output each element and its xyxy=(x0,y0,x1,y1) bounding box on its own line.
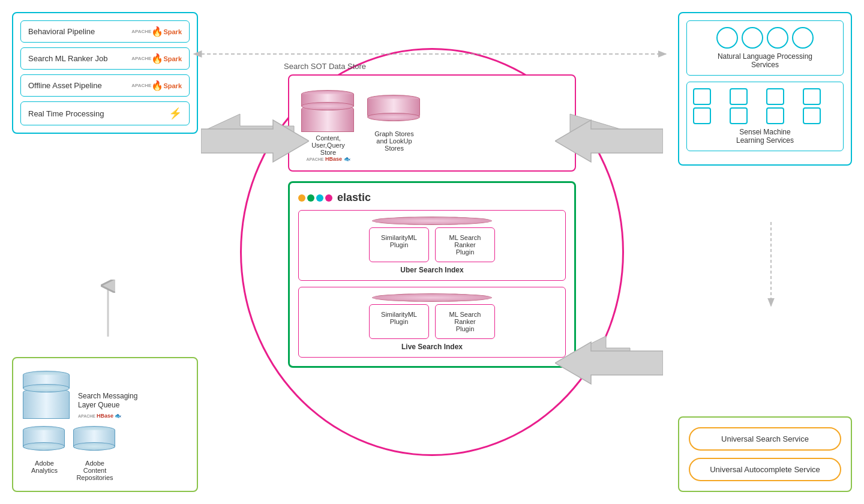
right-top-services-box: Natural Language ProcessingServices Sens… xyxy=(678,12,852,166)
up-arrow-svg xyxy=(93,280,123,340)
messaging-queue-label: Search MessagingLayer Queue xyxy=(78,392,137,410)
spark-flame-1: 🔥 xyxy=(151,26,163,37)
content-db-stack xyxy=(301,84,355,132)
uber-index-box: SimilarityMLPlugin ML SearchRankerPlugin… xyxy=(298,210,566,281)
universal-search-label: Universal Search Service xyxy=(721,434,809,443)
hbase-fish-icon: 🐟 xyxy=(115,413,121,419)
elastic-header: elastic xyxy=(298,191,566,204)
sensei-ml-label: Sensei MachineLearning Services xyxy=(693,128,837,145)
center-circle: Search SOT Data Store xyxy=(240,48,624,456)
spark-logo-3: APACHE 🔥 Spark xyxy=(131,80,182,91)
elastic-logo xyxy=(298,194,332,202)
graph-db-disk xyxy=(367,95,421,128)
sensei-sq-7 xyxy=(766,107,784,124)
content-store-container: Content,User,QueryStore APACHE HBase 🐟 xyxy=(301,84,355,162)
uber-disk-top xyxy=(372,217,492,225)
elastic-dot-cyan xyxy=(316,194,323,202)
universal-autocomplete-service-item: Universal Autocomplete Service xyxy=(689,458,841,481)
uber-similarity-plugin: SimilarityMLPlugin xyxy=(369,227,429,262)
offline-asset-label: Offline Asset Pipeline xyxy=(28,81,102,90)
pink-disk-3 xyxy=(301,90,354,110)
sot-label: Search SOT Data Store xyxy=(284,62,366,71)
left-arrow-div xyxy=(201,117,309,165)
offline-asset-pipeline-item: Offline Asset Pipeline APACHE 🔥 Spark xyxy=(20,74,190,97)
live-similarity-plugin: SimilarityMLPlugin xyxy=(369,304,429,339)
spark-flame-3: 🔥 xyxy=(151,80,163,91)
nlp-circle-4 xyxy=(792,27,814,49)
right-top-arrow-svg xyxy=(555,117,663,165)
hbase-logo-content: APACHE HBase 🐟 xyxy=(306,156,350,162)
analytics-db-icon xyxy=(23,426,66,457)
elastic-text-label: elastic xyxy=(337,191,371,204)
diagram-container: Behavioral Pipeline APACHE 🔥 Spark Searc… xyxy=(0,0,864,504)
storm-icon: ⚡ xyxy=(169,107,182,120)
adobe-analytics-label: AdobeAnalytics xyxy=(31,460,58,474)
nlp-circle-2 xyxy=(742,27,763,49)
sensei-sq-6 xyxy=(730,107,748,124)
nlp-circle-1 xyxy=(716,27,738,49)
spark-logo-2: APACHE 🔥 Spark xyxy=(131,53,182,64)
adobe-content-label: AdobeContentRepositories xyxy=(76,460,113,481)
live-disk-row xyxy=(305,293,559,299)
sensei-sq-2 xyxy=(730,88,748,105)
left-center-arrow-svg xyxy=(201,117,309,165)
uber-index-label: Uber Search Index xyxy=(305,266,559,274)
realtime-processing-label: Real Time Processing xyxy=(28,109,104,118)
live-plugins-row: SimilarityMLPlugin ML SearchRankerPlugin xyxy=(305,304,559,339)
adobe-content-container: AdobeContentRepositories xyxy=(73,426,116,481)
realtime-processing-item: Real Time Processing ⚡ xyxy=(20,101,190,125)
uber-plugins-row: SimilarityMLPlugin ML SearchRankerPlugin xyxy=(305,227,559,262)
live-index-box: SimilarityMLPlugin ML SearchRankerPlugin… xyxy=(298,287,566,358)
right-bottom-arrow-svg xyxy=(555,339,663,387)
nlp-circle-3 xyxy=(767,27,788,49)
hbase-apache-text: APACHE xyxy=(78,414,95,418)
right-bottom-arrow-div xyxy=(555,339,663,387)
spark-logo-1: APACHE 🔥 Spark xyxy=(131,26,182,37)
apache-text-3: APACHE xyxy=(131,83,151,88)
spark-text-1: Spark xyxy=(163,28,182,35)
live-ml-ranker-plugin: ML SearchRankerPlugin xyxy=(435,304,495,339)
universal-search-service-item: Universal Search Service xyxy=(689,427,841,451)
right-top-arrow-div xyxy=(555,117,663,165)
spark-text-3: Spark xyxy=(163,82,182,89)
behavioral-pipeline-item: Behavioral Pipeline APACHE 🔥 Spark xyxy=(20,20,190,43)
nlp-service-label: Natural Language ProcessingServices xyxy=(693,52,837,69)
graph-store-label: Graph Storesand LookUpStores xyxy=(374,130,413,152)
hbase-text: HBase xyxy=(97,413,113,419)
nlp-service-box: Natural Language ProcessingServices xyxy=(686,20,844,76)
behavioral-pipeline-label: Behavioral Pipeline xyxy=(28,27,95,36)
left-bottom-datasources-box: Search MessagingLayer Queue APACHE HBase… xyxy=(12,357,198,492)
spark-text-2: Spark xyxy=(163,55,182,62)
adobe-row: AdobeAnalytics AdobeContentRepositories xyxy=(23,426,187,481)
ml-ranker-label: Search ML Ranker Job xyxy=(28,54,107,63)
apache-text-2: APACHE xyxy=(131,56,151,61)
messaging-queue-row: Search MessagingLayer Queue APACHE HBase… xyxy=(23,368,187,419)
content-db-icon xyxy=(73,426,116,457)
right-bottom-search-box: Universal Search Service Universal Autoc… xyxy=(678,416,852,492)
graph-store-container: Graph Storesand LookUpStores xyxy=(367,95,421,152)
spark-flame-2: 🔥 xyxy=(151,53,163,64)
sensei-sq-1 xyxy=(693,88,711,105)
apache-text-1: APACHE xyxy=(131,29,151,34)
up-arrow-container xyxy=(93,280,123,342)
sensei-sq-5 xyxy=(693,107,711,124)
disk-layer-3 xyxy=(23,371,70,392)
adobe-analytics-container: AdobeAnalytics xyxy=(23,426,66,481)
elastic-box: elastic SimilarityMLPlugin ML SearchRank… xyxy=(288,181,576,368)
content-store-label: Content,User,QueryStore xyxy=(311,134,345,156)
ml-ranker-pipeline-item: Search ML Ranker Job APACHE 🔥 Spark xyxy=(20,47,190,70)
elastic-dot-green xyxy=(307,194,314,202)
svg-marker-5 xyxy=(555,120,663,162)
sensei-sq-3 xyxy=(766,88,784,105)
sensei-sq-8 xyxy=(803,107,821,124)
sensei-squares-grid xyxy=(693,88,837,124)
svg-marker-4 xyxy=(201,120,309,162)
hbase-logo-messaging: APACHE HBase 🐟 xyxy=(78,413,137,419)
uber-ml-ranker-plugin: ML SearchRankerPlugin xyxy=(435,227,495,262)
uber-disk-row xyxy=(305,217,559,223)
db-stack-icon xyxy=(23,368,71,419)
nlp-circles-row xyxy=(693,27,837,49)
universal-autocomplete-label: Universal Autocomplete Service xyxy=(710,465,820,474)
sensei-ml-box: Sensei MachineLearning Services xyxy=(686,82,844,151)
left-top-pipelines-box: Behavioral Pipeline APACHE 🔥 Spark Searc… xyxy=(12,12,198,134)
